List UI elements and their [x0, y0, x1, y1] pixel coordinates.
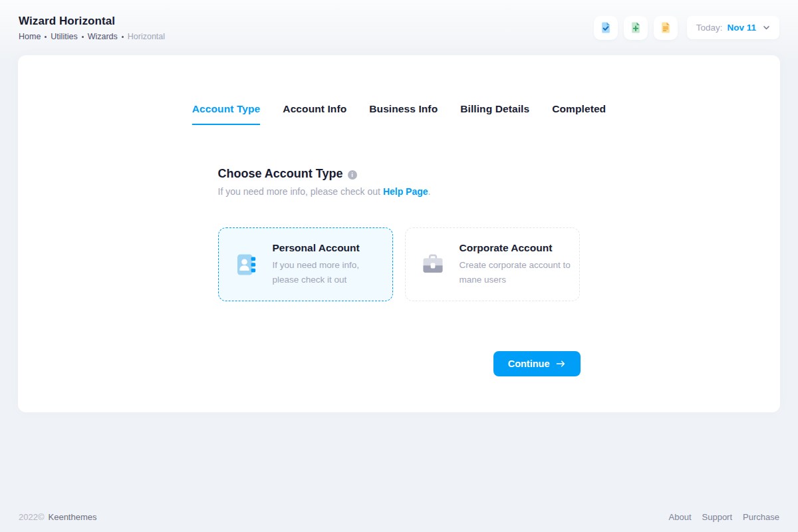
footer-link-purchase[interactable]: Purchase: [743, 512, 779, 522]
wizard-steps-nav: Account Type Account Info Business Info …: [18, 103, 780, 125]
breadcrumb-item-utilities[interactable]: Utilities: [51, 32, 77, 41]
wizard-actions: Continue: [218, 351, 581, 376]
section-heading-row: Choose Account Type i: [218, 167, 581, 181]
briefcase-icon: [420, 251, 446, 278]
option-corporate-account[interactable]: Corporate Account Create corporate accou…: [405, 227, 580, 301]
option-title: Personal Account: [273, 242, 380, 254]
option-description: Create corporate account to mane users: [460, 258, 579, 287]
file-lines-button[interactable]: [654, 16, 678, 40]
arrow-right-icon: [556, 359, 566, 368]
footer-link-support[interactable]: Support: [702, 512, 733, 522]
continue-button[interactable]: Continue: [493, 351, 581, 376]
page-header: Wizard Horizontal Home Utilities Wizards…: [0, 0, 798, 55]
continue-label: Continue: [508, 358, 550, 369]
option-text: Corporate Account Create corporate accou…: [460, 242, 579, 287]
option-title: Corporate Account: [460, 242, 579, 254]
tab-completed[interactable]: Completed: [552, 103, 606, 125]
breadcrumb-item-current: Horizontal: [128, 32, 165, 41]
help-page-link[interactable]: Help Page: [383, 186, 428, 197]
date-picker-button[interactable]: Today: Nov 11: [687, 16, 779, 39]
footer-links: About Support Purchase: [669, 512, 779, 522]
page-footer: 2022© Keenthemes About Support Purchase: [0, 512, 798, 532]
date-label: Today:: [696, 23, 723, 33]
file-plus-icon: [629, 21, 642, 35]
file-check-icon: [599, 21, 612, 35]
tab-billing-details[interactable]: Billing Details: [460, 103, 529, 125]
tab-account-type[interactable]: Account Type: [192, 103, 261, 125]
option-personal-account[interactable]: Personal Account If you need more info, …: [218, 227, 393, 301]
account-type-options: Personal Account If you need more info, …: [218, 227, 581, 301]
breadcrumb-separator-dot: [122, 36, 124, 38]
copyright-company-link[interactable]: Keenthemes: [49, 512, 97, 522]
breadcrumb-item-wizards[interactable]: Wizards: [88, 32, 118, 41]
breadcrumb: Home Utilities Wizards Horizontal: [19, 32, 165, 41]
tab-business-info[interactable]: Business Info: [369, 103, 438, 125]
subtitle-text: If you need more info, please check out: [218, 186, 380, 197]
section-heading: Choose Account Type: [218, 167, 343, 181]
breadcrumb-item-home[interactable]: Home: [19, 32, 41, 41]
tab-account-info[interactable]: Account Info: [283, 103, 346, 125]
page-heading-block: Wizard Horizontal Home Utilities Wizards…: [19, 15, 165, 41]
wizard-card: Account Type Account Info Business Info …: [18, 55, 780, 412]
file-plus-button[interactable]: [624, 16, 648, 40]
page-title: Wizard Horizontal: [19, 15, 165, 28]
file-lines-icon: [659, 21, 672, 35]
footer-link-about[interactable]: About: [669, 512, 692, 522]
header-actions: Today: Nov 11: [594, 16, 779, 40]
file-check-button[interactable]: [594, 16, 618, 40]
chevron-down-icon: [761, 24, 770, 31]
wizard-step-content: Choose Account Type i If you need more i…: [218, 167, 581, 376]
copyright-year: 2022©: [19, 512, 45, 522]
option-description: If you need more info, please check it o…: [273, 258, 380, 287]
date-value: Nov 11: [727, 23, 756, 33]
breadcrumb-separator-dot: [82, 36, 84, 38]
address-book-icon: [233, 251, 259, 278]
option-text: Personal Account If you need more info, …: [273, 242, 380, 287]
copyright: 2022© Keenthemes: [19, 512, 97, 522]
subtitle-suffix: .: [428, 186, 431, 197]
info-circle-icon[interactable]: i: [348, 170, 357, 180]
section-subtitle: If you need more info, please check outH…: [218, 186, 581, 197]
breadcrumb-separator-dot: [45, 36, 47, 38]
